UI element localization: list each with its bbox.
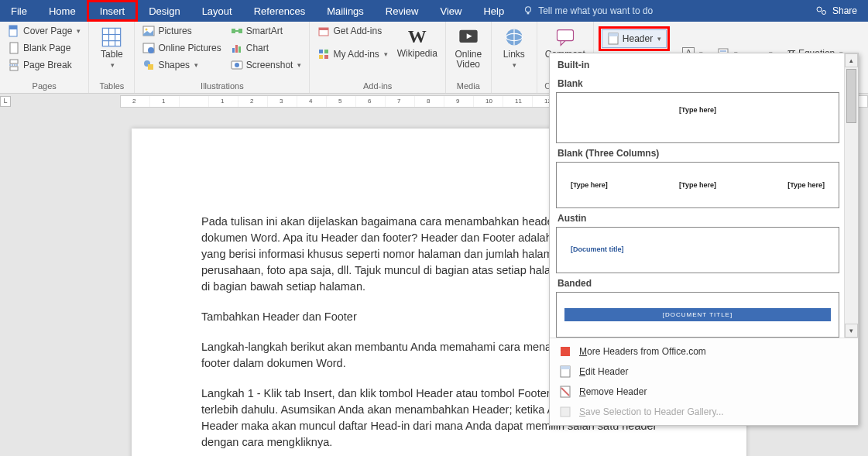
edit-header-label: Edit Header — [579, 366, 628, 377]
smartart-label: SmartArt — [246, 26, 283, 36]
preview-band: [DOCUMENT TITLE] — [564, 308, 831, 321]
chart-button[interactable]: Chart — [228, 40, 305, 56]
cover-page-label: Cover Page — [23, 26, 72, 36]
tab-file[interactable]: File — [0, 0, 38, 22]
save-gallery-icon — [559, 406, 571, 418]
my-addins-button[interactable]: My Add-ins▾ — [314, 46, 390, 62]
screenshot-button[interactable]: Screenshot▾ — [228, 57, 305, 73]
links-button[interactable]: Links▾ — [496, 23, 532, 70]
table-button[interactable]: Table▾ — [94, 23, 129, 70]
pictures-button[interactable]: Pictures — [139, 23, 224, 39]
shapes-button[interactable]: Shapes▾ — [139, 57, 224, 73]
ruler-tick: 9 — [456, 98, 459, 105]
edit-header-button[interactable]: Edit Header — [550, 362, 858, 382]
svg-rect-7 — [10, 60, 18, 63]
tab-insert[interactable]: Insert — [87, 0, 139, 22]
ruler-tick: 11 — [515, 98, 522, 105]
svg-rect-33 — [319, 55, 323, 59]
group-media: Online Video Media — [446, 22, 492, 93]
save-header-button: Save Selection to Header Gallery... — [550, 402, 858, 422]
svg-rect-31 — [319, 50, 323, 53]
share-button[interactable]: Share — [805, 0, 868, 22]
gallery-item-banded-label: Banded — [556, 273, 839, 292]
share-icon — [815, 5, 828, 17]
my-addins-icon — [317, 48, 330, 60]
gallery-list[interactable]: Built-in Blank [Type here] Blank (Three … — [550, 53, 844, 338]
more-headers-label: More Headers from Office.com — [579, 346, 706, 357]
chevron-down-icon: ▾ — [297, 61, 301, 69]
ruler-tick: 2 — [250, 98, 253, 105]
blank-page-icon — [8, 42, 20, 54]
chevron-down-icon: ▾ — [77, 27, 81, 35]
gallery-item-banded[interactable]: [DOCUMENT TITLE] — [556, 292, 839, 338]
gallery-scrollbar[interactable]: ▴ ▾ — [844, 53, 858, 338]
scroll-up-icon[interactable]: ▴ — [845, 53, 858, 67]
svg-rect-25 — [235, 45, 238, 53]
svg-rect-40 — [557, 30, 573, 41]
group-addins: Get Add-ins My Add-ins▾ W Wikipedia Add-… — [310, 22, 445, 93]
tab-home[interactable]: Home — [38, 0, 87, 22]
share-label: Share — [832, 5, 857, 16]
svg-rect-49 — [561, 366, 570, 369]
header-button[interactable]: Header▾ — [602, 29, 667, 48]
gallery-item-blank-label: Blank — [556, 74, 839, 92]
remove-header-label: Remove Header — [579, 386, 647, 397]
table-label: Table — [101, 49, 123, 60]
blank-page-button[interactable]: Blank Page — [5, 40, 74, 56]
group-tables: Table▾ Tables — [89, 22, 135, 93]
tab-references[interactable]: References — [243, 0, 316, 22]
chart-icon — [231, 42, 243, 54]
svg-rect-26 — [238, 46, 241, 53]
tab-layout[interactable]: Layout — [191, 0, 243, 22]
tellme-search[interactable]: Tell me what you want to do — [515, 0, 660, 22]
gallery-item-blank[interactable]: [Type here] — [556, 92, 839, 143]
more-headers-button[interactable]: More Headers from Office.com — [550, 341, 858, 362]
preview-placeholder: [Document title] — [571, 245, 624, 253]
online-video-button[interactable]: Online Video — [451, 23, 486, 70]
wikipedia-label: Wikipedia — [397, 49, 437, 59]
tab-view[interactable]: View — [429, 0, 472, 22]
store-icon — [317, 25, 330, 37]
header-icon — [607, 33, 619, 45]
gallery-item-austin[interactable]: [Document title] — [556, 227, 839, 273]
ruler-tick: 4 — [309, 98, 312, 105]
gallery-item-three-columns[interactable]: [Type here] [Type here] [Type here] — [556, 162, 839, 208]
gallery-footer: More Headers from Office.com Edit Header… — [550, 338, 858, 425]
smartart-button[interactable]: SmartArt — [228, 23, 305, 39]
office-icon — [559, 345, 571, 358]
remove-header-button[interactable]: Remove Header — [550, 382, 858, 402]
group-links-label — [496, 80, 532, 93]
lightbulb-icon — [523, 5, 533, 16]
svg-rect-47 — [561, 347, 570, 356]
online-pictures-button[interactable]: Online Pictures — [139, 40, 224, 56]
tab-mailings[interactable]: Mailings — [316, 0, 375, 22]
edit-header-icon — [559, 365, 571, 378]
svg-rect-5 — [9, 26, 17, 29]
tab-help[interactable]: Help — [472, 0, 515, 22]
svg-rect-34 — [324, 55, 328, 59]
smartart-icon — [231, 25, 243, 37]
page-break-button[interactable]: Page Break — [5, 57, 75, 73]
svg-point-16 — [146, 29, 148, 31]
ruler-tick: 10 — [485, 98, 492, 105]
preview-placeholder: [Type here] — [571, 181, 608, 189]
tab-review[interactable]: Review — [375, 0, 430, 22]
page-break-icon — [8, 59, 20, 71]
comment-icon — [554, 26, 576, 48]
tab-design[interactable]: Design — [138, 0, 190, 22]
gallery-item-three-label: Blank (Three Columns) — [556, 143, 839, 162]
preview-placeholder: [Type here] — [679, 181, 716, 189]
scroll-thumb[interactable] — [846, 69, 856, 123]
wikipedia-button[interactable]: W Wikipedia — [394, 23, 441, 59]
svg-rect-8 — [10, 67, 18, 70]
cover-page-button[interactable]: Cover Page▾ — [5, 23, 84, 39]
ruler-corner: L — [0, 96, 11, 107]
shapes-label: Shapes — [158, 60, 190, 70]
group-media-label: Media — [451, 80, 486, 93]
ruler-tick: 1 — [162, 98, 165, 105]
get-addins-button[interactable]: Get Add-ins — [314, 23, 390, 39]
chevron-down-icon: ▾ — [513, 61, 516, 69]
svg-point-0 — [526, 7, 531, 12]
svg-rect-22 — [238, 29, 242, 33]
scroll-down-icon[interactable]: ▾ — [845, 324, 858, 338]
